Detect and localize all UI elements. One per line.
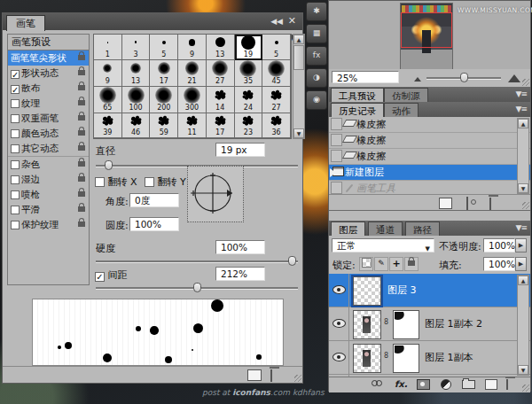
history-source-checkbox[interactable] bbox=[331, 134, 342, 146]
navigator-thumbnail[interactable] bbox=[400, 3, 453, 70]
checkbox[interactable] bbox=[11, 175, 20, 184]
brush-preset[interactable]: 9 bbox=[94, 60, 122, 87]
brush-preset[interactable]: 46 bbox=[122, 113, 151, 139]
tab-actions[interactable]: 动作 bbox=[384, 103, 419, 118]
fill-value[interactable]: 100% bbox=[483, 257, 515, 271]
new-adjustment-layer-button[interactable] bbox=[441, 379, 451, 392]
checkbox[interactable] bbox=[11, 114, 20, 123]
layers-scrollbar[interactable]: ▲ ▼ bbox=[517, 275, 529, 376]
lock-image-pixels-button[interactable]: ✎ bbox=[374, 257, 388, 271]
scroll-up-icon[interactable]: ▲ bbox=[518, 119, 528, 128]
brush-setting-item[interactable]: 湿边 bbox=[8, 172, 89, 187]
brush-setting-item[interactable]: 保护纹理 bbox=[8, 217, 89, 232]
layer-row[interactable]: 8图层 1副本 2 bbox=[329, 307, 530, 341]
resize-grip[interactable] bbox=[522, 202, 529, 209]
zoom-out-icon[interactable] bbox=[414, 77, 421, 82]
layer-mask-thumbnail[interactable] bbox=[393, 344, 419, 373]
tab-brush[interactable]: 画笔 bbox=[6, 15, 45, 31]
resize-grip[interactable] bbox=[522, 385, 529, 392]
brush-preset[interactable]: 5 bbox=[262, 35, 291, 60]
brush-presets-button[interactable]: 画笔预设 bbox=[8, 35, 89, 50]
lock-all-button[interactable] bbox=[404, 257, 419, 271]
history-source-checkbox[interactable] bbox=[331, 150, 342, 162]
brush-preset[interactable]: 36 bbox=[262, 113, 291, 139]
layer-style-button[interactable]: fx. bbox=[395, 379, 408, 389]
panel-menu-icon[interactable]: ▼≡ bbox=[516, 89, 527, 98]
history-source-checkbox[interactable] bbox=[331, 182, 342, 194]
scroll-down-icon[interactable]: ▼ bbox=[518, 183, 528, 193]
new-group-button[interactable] bbox=[462, 377, 475, 391]
spacing-slider[interactable] bbox=[96, 283, 298, 293]
brush-tips-dock-icon[interactable]: ✱ bbox=[306, 2, 327, 21]
fill-spinner[interactable]: ▶ bbox=[515, 257, 527, 271]
delete-layer-button[interactable] bbox=[506, 379, 508, 389]
history-scrollbar[interactable]: ▲ ▼ bbox=[517, 118, 529, 194]
history-item[interactable]: 新建图层 bbox=[329, 165, 530, 181]
history-item[interactable]: 橡皮擦 bbox=[329, 133, 530, 149]
eye-icon[interactable] bbox=[332, 353, 346, 361]
brush-preset[interactable]: 17 bbox=[207, 113, 235, 139]
panel-menu-icon[interactable]: ▼≡ bbox=[516, 223, 527, 232]
brush-preset[interactable]: 59 bbox=[150, 113, 178, 139]
tab-tool-presets[interactable]: 工具预设 bbox=[331, 88, 384, 103]
brush-angle-control[interactable] bbox=[187, 166, 244, 222]
checkbox[interactable] bbox=[11, 206, 20, 214]
layer-row[interactable]: 图层 3 bbox=[329, 274, 530, 307]
eye-icon[interactable] bbox=[332, 319, 346, 328]
brush-preset[interactable]: 19 bbox=[235, 35, 263, 60]
history-item[interactable]: 橡皮擦 bbox=[329, 149, 530, 165]
layer-thumbnail[interactable] bbox=[353, 310, 381, 339]
brush-preset[interactable]: 24 bbox=[235, 87, 263, 113]
new-layer-button[interactable] bbox=[485, 379, 497, 390]
panel-menu-icon[interactable]: ▼≡ bbox=[516, 105, 527, 113]
masks-dock-icon[interactable]: ◉ bbox=[306, 90, 327, 110]
brush-preset[interactable]: 35 bbox=[235, 60, 263, 87]
brush-setting-item[interactable]: 其它动态 bbox=[8, 141, 89, 156]
layer-thumbnail[interactable] bbox=[353, 344, 381, 373]
blend-mode-select[interactable]: 正常 ▼ bbox=[332, 238, 434, 252]
tab-history[interactable]: 历史记录 bbox=[331, 103, 384, 118]
tab-paths[interactable]: 路径 bbox=[405, 221, 440, 237]
checkbox[interactable]: ✓ bbox=[11, 70, 20, 79]
zoom-in-icon[interactable] bbox=[508, 74, 520, 82]
slider-thumb[interactable] bbox=[288, 256, 296, 266]
lock-transparent-pixels-button[interactable] bbox=[359, 257, 373, 271]
brush-setting-item[interactable]: ✓散布 bbox=[8, 81, 89, 96]
spacing-checkbox[interactable]: ✓ 间距 bbox=[95, 268, 128, 282]
checkbox[interactable] bbox=[11, 144, 20, 153]
history-item[interactable]: 橡皮擦 bbox=[329, 117, 530, 133]
layer-thumbnail[interactable] bbox=[353, 276, 381, 306]
brush-preset[interactable]: 5 bbox=[150, 35, 178, 60]
checkbox[interactable] bbox=[11, 99, 20, 108]
collapse-panel-button[interactable]: ◀◀ bbox=[270, 17, 283, 26]
brush-grid-scrollbar[interactable]: ▲ ▼ bbox=[293, 34, 305, 139]
brush-preset[interactable]: 65 bbox=[94, 87, 122, 113]
angle-value[interactable]: 0度 bbox=[129, 193, 179, 207]
history-source-checkbox[interactable] bbox=[331, 118, 342, 130]
brush-preset[interactable]: 13 bbox=[122, 60, 151, 87]
brush-preset[interactable]: 9 bbox=[178, 35, 207, 60]
brush-preset[interactable]: 27 bbox=[262, 87, 291, 113]
hardness-value[interactable]: 100% bbox=[215, 240, 265, 254]
opacity-spinner[interactable]: ▶ bbox=[515, 238, 527, 252]
scroll-down-icon[interactable]: ▼ bbox=[518, 365, 528, 375]
delete-history-button[interactable] bbox=[489, 198, 502, 207]
brush-preset[interactable]: 23 bbox=[235, 113, 263, 139]
resize-grip[interactable] bbox=[294, 375, 301, 382]
flip-y-checkbox[interactable]: 翻转 Y bbox=[145, 175, 186, 189]
roundness-value[interactable]: 100% bbox=[129, 217, 179, 231]
brush-setting-item[interactable]: 喷枪 bbox=[8, 187, 89, 202]
link-layers-button[interactable] bbox=[372, 379, 384, 389]
slider-thumb[interactable] bbox=[105, 160, 113, 170]
zoom-level-input[interactable]: 25% bbox=[332, 71, 399, 83]
add-layer-mask-button[interactable] bbox=[417, 379, 430, 392]
adjustments-dock-icon[interactable]: ◑ bbox=[306, 68, 327, 88]
brush-setting-item[interactable]: 双重画笔 bbox=[8, 111, 89, 126]
checkbox[interactable] bbox=[11, 221, 20, 229]
layer-mask-thumbnail[interactable] bbox=[393, 310, 419, 339]
layer-row[interactable]: 8图层 1副本 bbox=[329, 341, 530, 375]
eye-icon[interactable] bbox=[332, 285, 346, 294]
navigator-zoom-slider[interactable] bbox=[426, 73, 501, 83]
delete-brush-button[interactable] bbox=[270, 369, 283, 379]
tab-channels[interactable]: 通道 bbox=[368, 221, 403, 237]
